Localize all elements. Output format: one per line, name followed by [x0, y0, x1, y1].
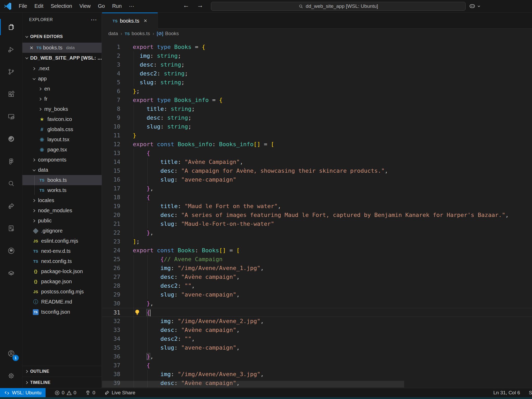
tree-item-app[interactable]: app	[22, 74, 102, 84]
live-share-button[interactable]: Live Share	[104, 390, 135, 396]
menu-item-run[interactable]: Run	[109, 2, 126, 11]
line-number[interactable]: 1	[102, 43, 120, 52]
cursor-position[interactable]: Ln 31, Col 6	[493, 390, 520, 396]
menu-item-file[interactable]: File	[15, 2, 31, 11]
code-line-18[interactable]: 18 {	[102, 193, 532, 202]
tree-item-locales[interactable]: locales	[22, 195, 102, 205]
line-number[interactable]: 23	[102, 237, 120, 246]
code-line-28[interactable]: 28 desc2: "",	[102, 281, 532, 290]
tree-item-favicon-ico[interactable]: ★favicon.ico	[22, 114, 102, 124]
code-line-29[interactable]: 29 slug: "avene-campaign",	[102, 290, 532, 299]
activity-docker-icon[interactable]	[0, 262, 22, 284]
activity-run-debug-icon[interactable]	[0, 38, 22, 61]
code-line-20[interactable]: 20 desc: "A series of images featuring M…	[102, 211, 532, 220]
line-number[interactable]: 2	[102, 52, 120, 60]
activity-settings-icon[interactable]	[0, 365, 22, 387]
code-line-10[interactable]: 10 slug: string;	[102, 122, 532, 131]
code-line-11[interactable]: 11}	[102, 131, 532, 140]
line-number[interactable]: 6	[102, 87, 120, 96]
code-line-23[interactable]: 23];	[102, 237, 532, 246]
line-number[interactable]: 18	[102, 193, 120, 202]
code-line-21[interactable]: 21 slug: "Maud-le-Fort-on-the-water"	[102, 220, 532, 228]
line-number[interactable]: 25	[102, 255, 120, 264]
line-number[interactable]: 27	[102, 273, 120, 281]
activity-figma-icon[interactable]	[0, 150, 22, 172]
code-line-4[interactable]: 4 desc2: string;	[102, 69, 532, 78]
tree-item-readme-md[interactable]: ⓘREADME.md	[22, 297, 102, 307]
tree-item-globals-css[interactable]: #globals.css	[22, 124, 102, 134]
line-number[interactable]: 33	[102, 326, 120, 334]
line-number[interactable]: 16	[102, 175, 120, 184]
code-line-22[interactable]: 22 },	[102, 228, 532, 237]
code-line-14[interactable]: 14 title: "Avène Campaign",	[102, 158, 532, 166]
line-number[interactable]: 17	[102, 184, 120, 193]
line-number[interactable]: 20	[102, 211, 120, 220]
breadcrumb-item-books-ts[interactable]: TSbooks.ts	[125, 31, 150, 36]
line-number[interactable]: 3	[102, 60, 120, 69]
code-line-1[interactable]: 1export type Books = {	[102, 43, 532, 52]
code-line-38[interactable]: 38 img: "/img/Avene/Avene_3.jpg",	[102, 370, 532, 379]
code-line-17[interactable]: 17 },	[102, 184, 532, 193]
code-line-27[interactable]: 27 desc: "Avène campaign",	[102, 273, 532, 281]
horizontal-scrollbar[interactable]	[102, 381, 404, 388]
tree-item-next[interactable]: .next	[22, 63, 102, 74]
tree-item-package-json[interactable]: {}package.json	[22, 276, 102, 287]
activity-remote-explorer-icon[interactable]	[0, 105, 22, 128]
code-line-5[interactable]: 5 slug: string;	[102, 78, 532, 87]
line-number[interactable]: 30	[102, 299, 120, 308]
menu-item-view[interactable]: View	[76, 2, 94, 11]
line-number[interactable]: 22	[102, 228, 120, 237]
code-line-25[interactable]: 25 {// Avene Campaign	[102, 255, 532, 264]
line-number[interactable]: 36	[102, 352, 120, 361]
problems-indicator[interactable]: 0 0	[54, 390, 76, 396]
nav-forward-icon[interactable]: →	[197, 2, 203, 9]
tree-item-components[interactable]: components	[22, 155, 102, 165]
outline-panel-header[interactable]: OUTLINE	[22, 366, 102, 377]
code-line-6[interactable]: 6};	[102, 87, 532, 96]
line-number[interactable]: 8	[102, 105, 120, 113]
tree-item-page-tsx[interactable]: page.tsx	[22, 145, 102, 155]
copilot-menu[interactable]	[469, 3, 481, 10]
more-actions-icon[interactable]: ⋯	[91, 16, 97, 23]
line-number[interactable]: 15	[102, 166, 120, 175]
activity-edge-browser-icon[interactable]	[0, 128, 22, 150]
tree-item-postcss-config-mjs[interactable]: JSpostcss.config.mjs	[22, 287, 102, 297]
code-line-32[interactable]: 32 img: "/img/Avene/Avene_2.jpg",	[102, 317, 532, 326]
code-line-8[interactable]: 8 title: string;	[102, 105, 532, 113]
code-line-37[interactable]: 37 {	[102, 361, 532, 370]
code-line-15[interactable]: 15 desc: "A campaign for Avène, showcasi…	[102, 166, 532, 175]
activity-explorer-icon[interactable]	[0, 16, 22, 38]
close-icon[interactable]: ×	[28, 44, 35, 52]
nav-back-icon[interactable]: ←	[183, 2, 189, 9]
tab-books-ts[interactable]: TS books.ts ×	[102, 12, 158, 29]
ports-indicator[interactable]: 0	[85, 390, 95, 396]
activity-code-runner-icon[interactable]	[0, 217, 22, 240]
code-line-31[interactable]: 31 {	[102, 308, 532, 317]
activity-extensions-icon[interactable]	[0, 83, 22, 105]
tree-item-public[interactable]: public	[22, 216, 102, 226]
tree-item-en[interactable]: en	[22, 84, 102, 94]
code-line-24[interactable]: 24export const Books: Books[] = [	[102, 246, 532, 255]
menu-item-selection[interactable]: Selection	[47, 2, 76, 11]
breadcrumb-item-data[interactable]: data	[108, 31, 118, 36]
line-number[interactable]: 31	[102, 308, 120, 317]
tree-item-node-modules[interactable]: node_modules	[22, 205, 102, 216]
line-number[interactable]: 4	[102, 69, 120, 78]
remote-indicator[interactable]: WSL: Ubuntu	[0, 388, 46, 397]
line-number[interactable]: 7	[102, 96, 120, 105]
code-line-2[interactable]: 2 img: string;	[102, 52, 532, 60]
line-number[interactable]: 12	[102, 140, 120, 149]
lightbulb-icon[interactable]	[134, 309, 141, 316]
line-number[interactable]: 21	[102, 220, 120, 228]
line-number[interactable]: 32	[102, 317, 120, 326]
breadcrumb-item-books[interactable]: [⊘]Books	[157, 31, 179, 36]
close-icon[interactable]: ×	[144, 17, 147, 24]
code-line-34[interactable]: 34 desc2: "",	[102, 334, 532, 343]
line-number[interactable]: 19	[102, 202, 120, 211]
menu-item-[interactable]: ⋯	[125, 2, 138, 11]
activity-source-control-icon[interactable]	[0, 61, 22, 83]
menu-item-edit[interactable]: Edit	[31, 2, 47, 11]
tree-item-data[interactable]: data	[22, 165, 102, 175]
code-line-26[interactable]: 26 img: "/img/Avene/Avene_1.jpg",	[102, 264, 532, 273]
line-number[interactable]: 24	[102, 246, 120, 255]
